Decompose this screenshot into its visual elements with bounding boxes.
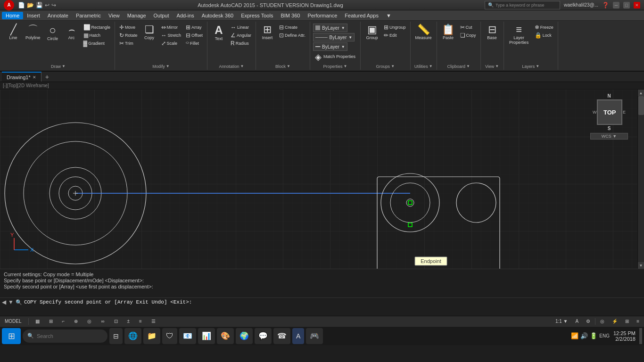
- annotation-vis[interactable]: A: [572, 318, 581, 324]
- scroll-up-btn[interactable]: ▲: [638, 90, 644, 96]
- taskbar-explorer[interactable]: 📁: [143, 328, 160, 344]
- drawing-canvas[interactable]: Endpoint X Y: [0, 90, 637, 269]
- scroll-down-btn[interactable]: ▼: [638, 262, 644, 269]
- rotate-btn[interactable]: ↻Rotate: [118, 32, 139, 39]
- grid-toggle[interactable]: ▦: [33, 318, 42, 324]
- lang-indicator[interactable]: ENG: [599, 333, 610, 338]
- polar-toggle[interactable]: ⊕: [71, 318, 81, 324]
- model-space-btn[interactable]: MODEL: [2, 318, 25, 324]
- gradient-btn[interactable]: ▓Gradient: [82, 40, 112, 47]
- measure-button[interactable]: 📏 Measure: [413, 24, 434, 41]
- win-close[interactable]: ✕: [634, 2, 640, 8]
- circle-button[interactable]: ○ Circle: [44, 24, 61, 42]
- text-button[interactable]: A Text: [210, 24, 227, 42]
- modify-expand-arrow[interactable]: ▼: [166, 64, 170, 68]
- quick-access-new[interactable]: 📄: [18, 2, 25, 8]
- line-button[interactable]: ╱ Line: [5, 24, 22, 41]
- taskbar-autocad[interactable]: A: [292, 328, 304, 344]
- start-button[interactable]: ⊞: [2, 328, 21, 344]
- undo-btn[interactable]: ↩: [45, 2, 50, 8]
- win-minimize[interactable]: ─: [613, 2, 619, 8]
- right-scrollbar[interactable]: ▲ ▼: [637, 90, 644, 269]
- scale-btn[interactable]: ⤢Scale: [160, 40, 183, 47]
- taskbar-outlook[interactable]: 📧: [179, 328, 196, 344]
- taskbar-excel[interactable]: 📊: [198, 328, 215, 344]
- menu-manage[interactable]: Manage: [124, 12, 150, 19]
- ducs-toggle[interactable]: ⊡: [111, 318, 121, 324]
- taskbar-skype[interactable]: ☎: [273, 328, 290, 344]
- lw-toggle[interactable]: ≡: [136, 318, 145, 324]
- menu-performance[interactable]: Performance: [304, 12, 341, 19]
- taskbar-game[interactable]: 🎮: [306, 328, 323, 344]
- clipboard-expand-arrow[interactable]: ▼: [466, 64, 470, 68]
- annotation-scale[interactable]: 1:1 ▼: [553, 318, 571, 324]
- cmd-expand[interactable]: ▼: [8, 299, 14, 305]
- canvas-area[interactable]: Endpoint X Y N W TOP E S WCS ▼: [0, 90, 637, 269]
- snap-toggle[interactable]: ⊞: [46, 318, 56, 324]
- scroll-thumb[interactable]: [638, 96, 644, 115]
- dim-angular-btn[interactable]: ∠Angular: [229, 32, 253, 39]
- taskbar-clock[interactable]: 12:25 PM 2/2/2018: [613, 330, 636, 342]
- volume-icon[interactable]: 🔊: [580, 332, 588, 339]
- otrack-toggle[interactable]: ∞: [98, 318, 107, 324]
- workspace-switch[interactable]: ⚙: [583, 318, 593, 324]
- doc-tab-close[interactable]: ✕: [33, 75, 36, 80]
- annotation-expand-arrow[interactable]: ▼: [240, 64, 244, 68]
- trim-btn[interactable]: ✂Trim: [118, 40, 139, 47]
- color-dropdown[interactable]: ByLayer ▼: [313, 24, 347, 32]
- offset-btn[interactable]: ⊟Offset: [184, 32, 204, 39]
- base-button[interactable]: ⊟ Base: [484, 24, 501, 41]
- cut-btn[interactable]: ✂Cut: [459, 24, 478, 31]
- utilities-expand-arrow[interactable]: ▼: [429, 64, 433, 68]
- polyline-button[interactable]: ⌒ Polyline: [24, 24, 42, 41]
- taskbar-edge[interactable]: 🌍: [236, 328, 253, 344]
- taskbar-search-input[interactable]: [37, 333, 84, 339]
- layers-expand-arrow[interactable]: ▼: [536, 64, 539, 68]
- draw-expand-arrow[interactable]: ▼: [62, 64, 66, 68]
- network-icon[interactable]: 📶: [571, 332, 578, 339]
- match-properties-button[interactable]: ◈ Match Properties: [313, 52, 357, 62]
- menu-featuredapps[interactable]: Featured Apps: [341, 12, 382, 19]
- group-edit-btn[interactable]: ✏Edit: [382, 32, 407, 39]
- osnap-toggle[interactable]: ◎: [84, 318, 94, 324]
- menu-output[interactable]: Output: [150, 12, 173, 19]
- insert-button[interactable]: ⊞ Insert: [259, 24, 276, 41]
- taskbar-browser[interactable]: 🌐: [124, 328, 141, 344]
- group-button[interactable]: ▣ Group: [363, 24, 380, 41]
- create-block-btn[interactable]: ⊟Create: [278, 24, 307, 31]
- define-attr-btn[interactable]: ⊡Define Attr.: [278, 32, 307, 39]
- menu-annotate[interactable]: Annotate: [44, 12, 72, 19]
- doc-tab-add[interactable]: +: [41, 72, 53, 82]
- command-input-field[interactable]: [24, 299, 642, 305]
- stretch-btn[interactable]: ↔Stretch: [160, 32, 183, 39]
- clean-screen[interactable]: ⊞: [622, 318, 632, 324]
- view-expand-arrow[interactable]: ▼: [495, 64, 499, 68]
- quick-access-open[interactable]: 📂: [27, 2, 34, 8]
- lineweight-dropdown[interactable]: ━━ ByLayer ▼: [313, 42, 347, 51]
- lock-layer-btn[interactable]: 🔒Lock: [533, 32, 555, 39]
- doc-tab-drawing1[interactable]: Drawing1* ✕: [2, 72, 41, 82]
- quick-access-save[interactable]: 💾: [36, 2, 43, 8]
- viewcube-box[interactable]: TOP: [597, 99, 622, 125]
- layer-properties-button[interactable]: ≡ Layer Properties: [507, 24, 531, 46]
- array-btn[interactable]: ⊞Array: [184, 24, 204, 31]
- help-btn[interactable]: ❓: [602, 2, 609, 8]
- copy-clip-btn[interactable]: ❏Copy: [459, 32, 478, 39]
- freeze-layer-btn[interactable]: ❄Freeze: [533, 24, 555, 31]
- dyn-toggle[interactable]: ±: [124, 318, 133, 324]
- menu-parametric[interactable]: Parametric: [72, 12, 105, 19]
- redo-btn[interactable]: ↪: [51, 2, 56, 8]
- taskbar-search[interactable]: 🔍: [23, 329, 107, 343]
- move-btn[interactable]: ✛Move: [118, 24, 139, 31]
- ortho-toggle[interactable]: ⌐: [59, 318, 68, 324]
- mirror-btn[interactable]: ⇔Mirror: [160, 24, 183, 31]
- linetype-dropdown[interactable]: ──── ByLayer ▼: [313, 33, 355, 41]
- rectangle-btn[interactable]: ⬜Rectangle: [82, 24, 112, 31]
- paste-button[interactable]: 📋 Paste: [440, 24, 457, 41]
- properties-expand-arrow[interactable]: ▼: [344, 64, 347, 68]
- viewcube[interactable]: N W TOP E S WCS ▼: [590, 93, 628, 150]
- taskbar-taskview[interactable]: ⊟: [109, 328, 123, 344]
- menu-home[interactable]: Home: [2, 12, 23, 19]
- copy-button[interactable]: ❏ Copy: [141, 24, 158, 41]
- customization[interactable]: ≡: [634, 318, 642, 324]
